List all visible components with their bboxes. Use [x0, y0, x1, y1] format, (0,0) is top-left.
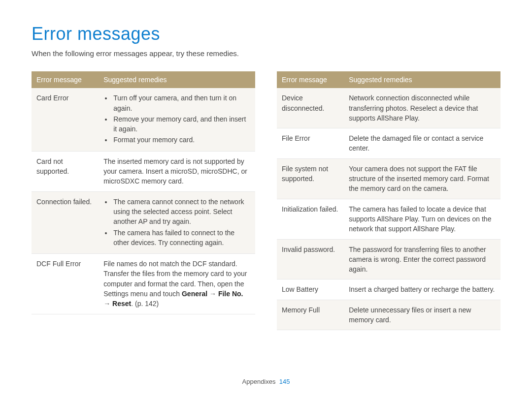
table-row: File ErrorDelete the damaged file or con…	[277, 128, 500, 159]
remedy-cell: The inserted memory card is not supporte…	[99, 151, 255, 191]
error-message-cell: Card not supported.	[32, 151, 99, 191]
footer-page-number: 145	[279, 378, 290, 385]
bold-text: File No.	[218, 290, 243, 298]
remedy-item: The camera has failed to connect to the …	[112, 228, 250, 248]
remedy-cell: Delete unnecessary files or insert a new…	[344, 300, 500, 330]
bold-text: General	[182, 290, 207, 298]
error-message-cell: DCF Full Error	[32, 254, 99, 314]
table-row: Low BatteryInsert a charged battery or r…	[277, 279, 500, 300]
th-error-message: Error message	[277, 71, 344, 88]
remedy-item: Format your memory card.	[112, 135, 250, 145]
table-row: Card ErrorTurn off your camera, and then…	[32, 88, 255, 151]
bold-text: Reset	[112, 300, 131, 308]
table-row: Device disconnected.Network connection d…	[277, 88, 500, 128]
error-message-cell: Invalid password.	[277, 239, 344, 279]
remedy-cell: File names do not match the DCF standard…	[99, 254, 255, 314]
table-row: Invalid password.The password for transf…	[277, 239, 500, 279]
error-message-cell: File Error	[277, 128, 344, 159]
remedy-cell: The camera has failed to locate a device…	[344, 199, 500, 239]
footer-section: Appendixes	[242, 378, 276, 385]
remedy-item: Turn off your camera, and then turn it o…	[112, 93, 250, 113]
error-message-cell: Initialization failed.	[277, 199, 344, 239]
th-error-message: Error message	[32, 71, 99, 88]
error-table-right: Error message Suggested remedies Device …	[277, 71, 500, 330]
error-message-cell: Low Battery	[277, 279, 344, 300]
page-footer: Appendixes 145	[0, 378, 532, 385]
th-suggested-remedies: Suggested remedies	[99, 71, 255, 88]
remedy-cell: Network connection disconnected while tr…	[344, 88, 500, 128]
remedy-cell: Your camera does not support the FAT fil…	[344, 158, 500, 199]
remedy-list: Turn off your camera, and then turn it o…	[103, 93, 250, 145]
remedy-cell: Insert a charged battery or recharge the…	[344, 279, 500, 300]
error-message-cell: Memory Full	[277, 300, 344, 330]
intro-text: When the following error messages appear…	[32, 49, 500, 58]
error-message-cell: Device disconnected.	[277, 88, 344, 128]
remedy-cell: Turn off your camera, and then turn it o…	[99, 88, 255, 151]
left-column: Error message Suggested remedies Card Er…	[32, 71, 255, 330]
error-table-left: Error message Suggested remedies Card Er…	[32, 71, 255, 314]
table-row: DCF Full ErrorFile names do not match th…	[32, 254, 255, 314]
remedy-list: The camera cannot connect to the network…	[103, 197, 250, 247]
remedy-cell: The camera cannot connect to the network…	[99, 191, 255, 253]
table-row: Card not supported.The inserted memory c…	[32, 151, 255, 191]
th-suggested-remedies: Suggested remedies	[344, 71, 500, 88]
two-column-layout: Error message Suggested remedies Card Er…	[32, 71, 500, 330]
error-message-cell: Card Error	[32, 88, 99, 151]
table-row: File system not supported.Your camera do…	[277, 158, 500, 199]
remedy-cell: The password for transferring files to a…	[344, 239, 500, 279]
table-row: Initialization failed.The camera has fai…	[277, 199, 500, 239]
table-row: Memory FullDelete unnecessary files or i…	[277, 300, 500, 330]
page-title: Error messages	[32, 24, 500, 44]
remedy-item: Remove your memory card, and then insert…	[112, 114, 250, 134]
page-content: Error messages When the following error …	[0, 0, 532, 330]
remedy-cell: Delete the damaged file or contact a ser…	[344, 128, 500, 159]
right-column: Error message Suggested remedies Device …	[277, 71, 500, 330]
error-message-cell: Connection failed.	[32, 191, 99, 253]
table-row: Connection failed.The camera cannot conn…	[32, 191, 255, 253]
error-message-cell: File system not supported.	[277, 158, 344, 199]
remedy-item: The camera cannot connect to the network…	[112, 197, 250, 227]
